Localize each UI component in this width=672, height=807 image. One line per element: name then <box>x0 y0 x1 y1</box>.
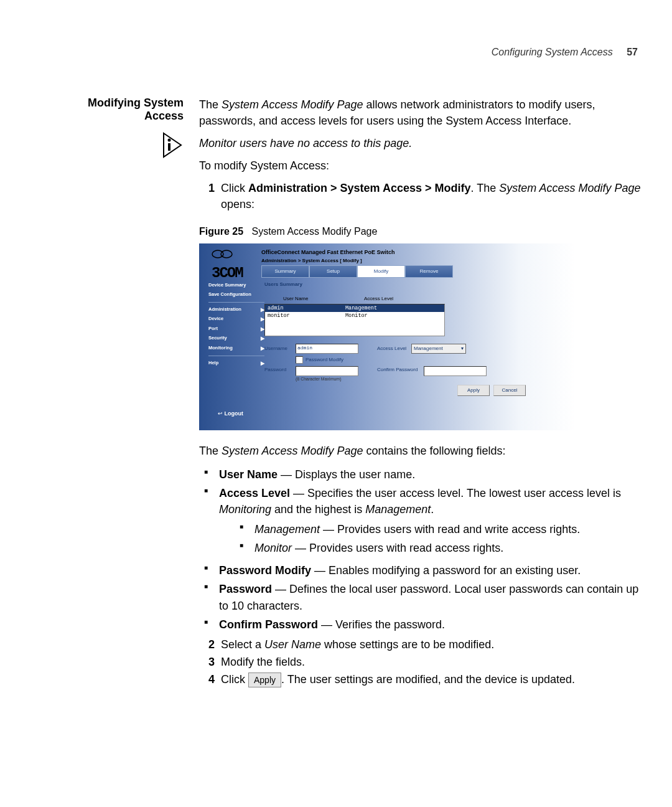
step-2: 2 Select a User Name whose settings are … <box>199 636 641 653</box>
list-item: Confirm Password — Verifies the password… <box>218 615 641 634</box>
username-input[interactable]: admin <box>296 344 358 354</box>
confirm-password-input[interactable] <box>424 366 487 376</box>
username-label: Username <box>264 345 296 352</box>
step-3: 3 Modify the fields. <box>199 654 641 670</box>
running-header: Configuring System Access 57 <box>492 47 638 58</box>
list-item: User Name — Displays the user name. <box>218 465 641 484</box>
figure-caption: Figure 25 System Access Modify Page <box>199 224 641 238</box>
users-listbox[interactable]: adminManagement monitorMonitor <box>264 304 445 336</box>
sidebar-item-save-config[interactable]: Save Configuration <box>208 290 264 300</box>
tab-setup[interactable]: Setup <box>309 265 357 278</box>
svg-point-3 <box>212 250 223 258</box>
table-header: User NameAccess Level <box>264 295 445 303</box>
sidebar-item-monitoring[interactable]: Monitoring▶ <box>208 344 264 354</box>
sidebar-item-security[interactable]: Security▶ <box>208 334 264 344</box>
chevron-down-icon: ▾ <box>461 345 464 352</box>
section-title-line1: Modifying System <box>31 97 184 110</box>
list-item: Password Modify — Enables modifying a pa… <box>218 561 641 580</box>
sidebar-item-device[interactable]: Device▶ <box>208 314 264 324</box>
password-modify-checkbox[interactable] <box>296 356 303 364</box>
table-row[interactable]: adminManagement <box>265 304 444 312</box>
cancel-button[interactable]: Cancel <box>493 385 526 396</box>
table-row[interactable]: monitorMonitor <box>265 312 444 319</box>
list-item: Management — Provides users with read an… <box>253 520 641 539</box>
svg-point-4 <box>221 250 232 258</box>
lead-paragraph: To modify System Access: <box>199 158 641 174</box>
list-item: Password — Defines the local user passwo… <box>218 580 641 615</box>
apply-button-inline: Apply <box>248 672 281 687</box>
running-title: Configuring System Access <box>492 47 613 57</box>
breadcrumb: Administration > System Access [ Modify … <box>261 257 362 265</box>
device-title: OfficeConnect Managed Fast Ethernet PoE … <box>261 248 395 257</box>
password-input[interactable] <box>296 366 358 376</box>
step-1: 1 Click Administration > System Access >… <box>199 180 641 212</box>
sidebar-nav: Device Summary Save Configuration Admini… <box>208 281 264 369</box>
confirm-password-label: Confirm Password <box>377 366 424 374</box>
sidebar-item-port[interactable]: Port▶ <box>208 324 264 334</box>
password-modify-label: Password Modify <box>306 356 343 364</box>
password-hint: (8 Character Maximum) <box>296 376 358 382</box>
list-item: Access Level — Specifies the user access… <box>218 484 641 561</box>
access-level-label: Access Level <box>377 345 411 352</box>
step-4: 4 Click Apply. The user settings are mod… <box>199 671 641 687</box>
section-title-line2: Access <box>31 110 184 123</box>
intro-paragraph: The System Access Modify Page allows net… <box>199 97 641 129</box>
svg-point-1 <box>168 139 171 142</box>
info-icon <box>161 132 184 158</box>
tab-modify[interactable]: Modify <box>357 265 405 278</box>
password-label: Password <box>264 366 296 374</box>
access-level-select[interactable]: Management▾ <box>411 344 466 354</box>
brand-logo: 3COM <box>212 247 243 285</box>
note-paragraph: Monitor users have no access to this pag… <box>199 135 641 151</box>
tab-remove[interactable]: Remove <box>405 265 453 278</box>
sidebar-item-device-summary[interactable]: Device Summary <box>208 281 264 290</box>
svg-marker-0 <box>164 133 181 157</box>
list-item: Monitor — Provides users with read acces… <box>253 539 641 557</box>
figure-screenshot: 3COM OfficeConnect Managed Fast Ethernet… <box>199 243 576 430</box>
svg-rect-2 <box>168 143 170 151</box>
after-figure-paragraph: The System Access Modify Page contains t… <box>199 443 641 459</box>
sidebar-item-administration[interactable]: Administration▶ <box>208 305 264 315</box>
apply-button[interactable]: Apply <box>457 385 490 396</box>
panel-title: Users Summary <box>264 281 569 288</box>
logout-button[interactable]: Logout <box>218 410 243 418</box>
page-number: 57 <box>627 47 638 57</box>
sidebar-item-help[interactable]: Help▶ <box>208 359 264 369</box>
tab-summary[interactable]: Summary <box>261 265 309 278</box>
